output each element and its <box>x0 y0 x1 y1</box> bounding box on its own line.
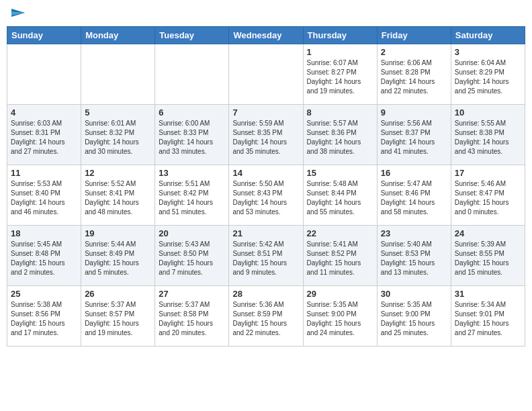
day-number: 16 <box>381 168 447 178</box>
calendar-week-5: 25Sunrise: 5:38 AM Sunset: 8:56 PM Dayli… <box>7 286 525 347</box>
day-info: Sunrise: 5:46 AM Sunset: 8:47 PM Dayligh… <box>455 179 521 217</box>
day-info: Sunrise: 5:40 AM Sunset: 8:53 PM Dayligh… <box>381 240 447 277</box>
calendar-table: Sunday Monday Tuesday Wednesday Thursday… <box>7 26 525 347</box>
calendar-cell <box>155 44 229 105</box>
day-number: 3 <box>455 47 521 57</box>
day-number: 29 <box>307 289 373 299</box>
calendar-week-4: 18Sunrise: 5:45 AM Sunset: 8:48 PM Dayli… <box>7 226 525 286</box>
day-number: 20 <box>159 228 225 238</box>
day-info: Sunrise: 5:37 AM Sunset: 8:57 PM Dayligh… <box>85 300 151 338</box>
day-info: Sunrise: 5:36 AM Sunset: 8:59 PM Dayligh… <box>232 300 299 338</box>
day-info: Sunrise: 5:42 AM Sunset: 8:51 PM Dayligh… <box>232 240 299 277</box>
header-friday: Friday <box>377 27 451 44</box>
header-sunday: Sunday <box>7 27 81 44</box>
day-info: Sunrise: 5:35 AM Sunset: 9:00 PM Dayligh… <box>307 300 373 338</box>
calendar-cell: 26Sunrise: 5:37 AM Sunset: 8:57 PM Dayli… <box>81 286 155 347</box>
calendar-cell: 8Sunrise: 5:57 AM Sunset: 8:36 PM Daylig… <box>303 105 377 165</box>
day-number: 2 <box>381 47 447 57</box>
day-number: 25 <box>11 289 77 299</box>
day-info: Sunrise: 5:37 AM Sunset: 8:58 PM Dayligh… <box>159 300 225 338</box>
day-info: Sunrise: 5:48 AM Sunset: 8:44 PM Dayligh… <box>307 179 373 217</box>
day-info: Sunrise: 5:45 AM Sunset: 8:48 PM Dayligh… <box>11 240 77 277</box>
day-number: 30 <box>381 289 447 299</box>
calendar-cell: 5Sunrise: 6:01 AM Sunset: 8:32 PM Daylig… <box>81 105 155 165</box>
calendar-cell: 29Sunrise: 5:35 AM Sunset: 9:00 PM Dayli… <box>303 286 377 347</box>
logo-flag-icon <box>11 9 26 21</box>
day-number: 1 <box>307 47 373 57</box>
day-number: 5 <box>85 107 151 118</box>
calendar-cell: 15Sunrise: 5:48 AM Sunset: 8:44 PM Dayli… <box>303 165 377 226</box>
day-number: 23 <box>381 228 447 238</box>
day-number: 27 <box>159 289 225 299</box>
calendar-cell: 24Sunrise: 5:39 AM Sunset: 8:55 PM Dayli… <box>451 226 525 286</box>
day-number: 8 <box>307 107 373 118</box>
day-info: Sunrise: 5:59 AM Sunset: 8:35 PM Dayligh… <box>232 119 299 156</box>
day-number: 7 <box>232 107 299 118</box>
day-number: 31 <box>455 289 521 299</box>
calendar-cell: 16Sunrise: 5:47 AM Sunset: 8:46 PM Dayli… <box>377 165 451 226</box>
day-info: Sunrise: 6:06 AM Sunset: 8:28 PM Dayligh… <box>381 58 447 96</box>
calendar-cell: 10Sunrise: 5:55 AM Sunset: 8:38 PM Dayli… <box>451 105 525 165</box>
header-wednesday: Wednesday <box>229 27 303 44</box>
day-number: 14 <box>232 168 299 178</box>
calendar-cell: 11Sunrise: 5:53 AM Sunset: 8:40 PM Dayli… <box>7 165 81 226</box>
day-info: Sunrise: 5:52 AM Sunset: 8:41 PM Dayligh… <box>85 179 151 217</box>
calendar-cell <box>7 44 81 105</box>
calendar-week-1: 1Sunrise: 6:07 AM Sunset: 8:27 PM Daylig… <box>7 44 525 105</box>
calendar-cell: 23Sunrise: 5:40 AM Sunset: 8:53 PM Dayli… <box>377 226 451 286</box>
calendar-header: Sunday Monday Tuesday Wednesday Thursday… <box>7 27 525 44</box>
day-number: 22 <box>307 228 373 238</box>
day-info: Sunrise: 5:50 AM Sunset: 8:43 PM Dayligh… <box>232 179 299 217</box>
day-number: 6 <box>159 107 225 118</box>
day-number: 10 <box>455 107 521 118</box>
calendar-cell: 31Sunrise: 5:34 AM Sunset: 9:01 PM Dayli… <box>451 286 525 347</box>
calendar-week-3: 11Sunrise: 5:53 AM Sunset: 8:40 PM Dayli… <box>7 165 525 226</box>
calendar-cell: 20Sunrise: 5:43 AM Sunset: 8:50 PM Dayli… <box>155 226 229 286</box>
day-info: Sunrise: 5:34 AM Sunset: 9:01 PM Dayligh… <box>455 300 521 338</box>
header-tuesday: Tuesday <box>155 27 229 44</box>
calendar-cell: 4Sunrise: 6:03 AM Sunset: 8:31 PM Daylig… <box>7 105 81 165</box>
calendar-cell: 6Sunrise: 6:00 AM Sunset: 8:33 PM Daylig… <box>155 105 229 165</box>
day-info: Sunrise: 6:03 AM Sunset: 8:31 PM Dayligh… <box>11 119 77 156</box>
calendar-cell: 2Sunrise: 6:06 AM Sunset: 8:28 PM Daylig… <box>377 44 451 105</box>
day-info: Sunrise: 5:44 AM Sunset: 8:49 PM Dayligh… <box>85 240 151 277</box>
calendar-cell: 21Sunrise: 5:42 AM Sunset: 8:51 PM Dayli… <box>229 226 303 286</box>
day-info: Sunrise: 5:35 AM Sunset: 9:00 PM Dayligh… <box>381 300 447 338</box>
header-monday: Monday <box>81 27 155 44</box>
calendar-cell: 18Sunrise: 5:45 AM Sunset: 8:48 PM Dayli… <box>7 226 81 286</box>
calendar-cell <box>81 44 155 105</box>
day-number: 19 <box>85 228 151 238</box>
calendar-body: 1Sunrise: 6:07 AM Sunset: 8:27 PM Daylig… <box>7 44 525 347</box>
calendar-cell <box>229 44 303 105</box>
calendar-cell: 13Sunrise: 5:51 AM Sunset: 8:42 PM Dayli… <box>155 165 229 226</box>
header-thursday: Thursday <box>303 27 377 44</box>
calendar-cell: 25Sunrise: 5:38 AM Sunset: 8:56 PM Dayli… <box>7 286 81 347</box>
day-info: Sunrise: 5:55 AM Sunset: 8:38 PM Dayligh… <box>455 119 521 156</box>
calendar-cell: 28Sunrise: 5:36 AM Sunset: 8:59 PM Dayli… <box>229 286 303 347</box>
day-info: Sunrise: 6:00 AM Sunset: 8:33 PM Dayligh… <box>159 119 225 156</box>
day-number: 21 <box>232 228 299 238</box>
day-info: Sunrise: 5:51 AM Sunset: 8:42 PM Dayligh… <box>159 179 225 217</box>
day-info: Sunrise: 5:41 AM Sunset: 8:52 PM Dayligh… <box>307 240 373 277</box>
day-number: 12 <box>85 168 151 178</box>
logo <box>9 7 26 21</box>
calendar-cell: 7Sunrise: 5:59 AM Sunset: 8:35 PM Daylig… <box>229 105 303 165</box>
day-info: Sunrise: 5:39 AM Sunset: 8:55 PM Dayligh… <box>455 240 521 277</box>
calendar-cell: 17Sunrise: 5:46 AM Sunset: 8:47 PM Dayli… <box>451 165 525 226</box>
calendar-cell: 30Sunrise: 5:35 AM Sunset: 9:00 PM Dayli… <box>377 286 451 347</box>
page-header <box>7 7 525 21</box>
calendar-cell: 19Sunrise: 5:44 AM Sunset: 8:49 PM Dayli… <box>81 226 155 286</box>
calendar-cell: 1Sunrise: 6:07 AM Sunset: 8:27 PM Daylig… <box>303 44 377 105</box>
header-saturday: Saturday <box>451 27 525 44</box>
day-info: Sunrise: 5:47 AM Sunset: 8:46 PM Dayligh… <box>381 179 447 217</box>
day-number: 15 <box>307 168 373 178</box>
calendar-week-2: 4Sunrise: 6:03 AM Sunset: 8:31 PM Daylig… <box>7 105 525 165</box>
day-info: Sunrise: 6:04 AM Sunset: 8:29 PM Dayligh… <box>455 58 521 96</box>
calendar-cell: 9Sunrise: 5:56 AM Sunset: 8:37 PM Daylig… <box>377 105 451 165</box>
calendar-cell: 3Sunrise: 6:04 AM Sunset: 8:29 PM Daylig… <box>451 44 525 105</box>
day-info: Sunrise: 5:56 AM Sunset: 8:37 PM Dayligh… <box>381 119 447 156</box>
day-number: 9 <box>381 107 447 118</box>
calendar-cell: 12Sunrise: 5:52 AM Sunset: 8:41 PM Dayli… <box>81 165 155 226</box>
calendar-cell: 27Sunrise: 5:37 AM Sunset: 8:58 PM Dayli… <box>155 286 229 347</box>
day-info: Sunrise: 5:57 AM Sunset: 8:36 PM Dayligh… <box>307 119 373 156</box>
